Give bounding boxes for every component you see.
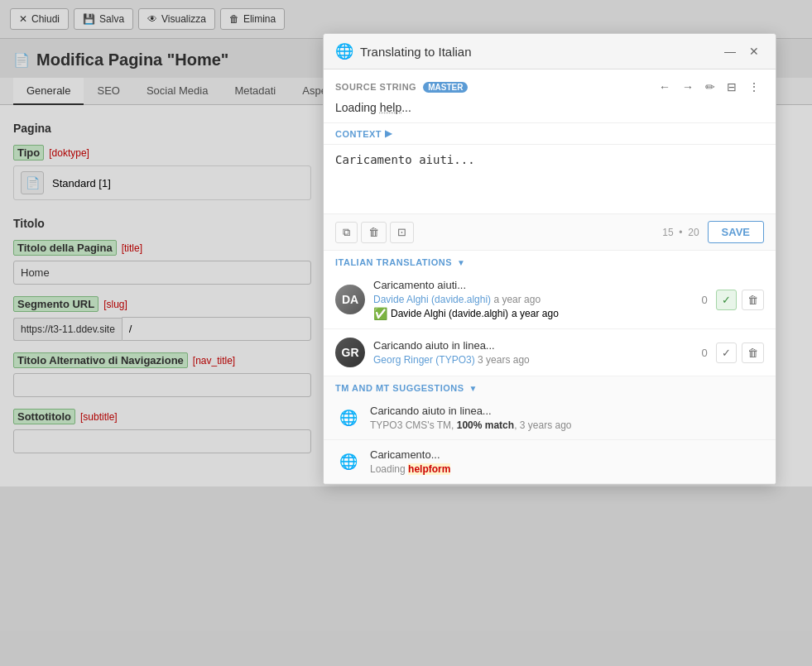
source-label-row: SOURCE STRING MASTER ← → ✏ ⊟ ⋮ bbox=[335, 78, 764, 96]
panel-close-button[interactable]: ✕ bbox=[744, 42, 764, 60]
split-view-button[interactable]: ⊟ bbox=[723, 78, 741, 96]
translation-item-actions: 0 ✓ 🗑 bbox=[698, 343, 764, 363]
translation-item-content: Caricando aiuto in linea... Georg Ringer… bbox=[373, 339, 689, 366]
author-link[interactable]: Davide Alghi (davide.alghi) bbox=[373, 294, 491, 305]
suggestion-logo-icon: 🌐 bbox=[335, 405, 362, 431]
translation-panel: 🌐 Translating to Italian — ✕ SOURCE STRI… bbox=[323, 33, 776, 485]
copy-source-button[interactable]: ⧉ bbox=[335, 222, 358, 243]
source-text: Loading help... bbox=[335, 101, 764, 114]
translation-item-text: Caricamento aiuti... bbox=[373, 279, 689, 291]
panel-header-actions: — ✕ bbox=[719, 42, 764, 60]
insert-source-button[interactable]: ⊡ bbox=[390, 222, 414, 243]
source-section: SOURCE STRING MASTER ← → ✏ ⊟ ⋮ Loading h… bbox=[324, 69, 776, 123]
suggestion-text[interactable]: Caricando aiuto in linea... bbox=[370, 405, 764, 417]
italian-translations-header: ITALIAN TRANSLATIONS ▼ bbox=[324, 251, 776, 271]
suggestion-meta: Loading helpform bbox=[370, 463, 764, 475]
panel-body: SOURCE STRING MASTER ← → ✏ ⊟ ⋮ Loading h… bbox=[324, 69, 776, 484]
time-ago: a year ago bbox=[493, 294, 541, 305]
context-row: CONTEXT ▶ bbox=[324, 123, 776, 145]
tm-suggestions-header: TM AND MT SUGGESTIONS ▼ bbox=[324, 376, 776, 396]
verified-time: a year ago bbox=[512, 308, 559, 319]
suggestion-item: 🌐 Caricando aiuto in linea... TYPO3 CMS'… bbox=[324, 396, 776, 440]
prev-string-button[interactable]: ← bbox=[655, 78, 675, 96]
source-label: SOURCE STRING bbox=[335, 82, 416, 92]
panel-title: Translating to Italian bbox=[360, 45, 472, 59]
time-ago: 3 years ago bbox=[478, 354, 530, 366]
panel-logo-icon: 🌐 bbox=[335, 42, 353, 60]
minimize-button[interactable]: — bbox=[719, 42, 741, 60]
more-options-button[interactable]: ⋮ bbox=[744, 78, 764, 96]
delete-translation-button[interactable]: 🗑 bbox=[742, 343, 764, 363]
translation-item-meta: Davide Alghi (davide.alghi) a year ago bbox=[373, 294, 689, 305]
accept-translation-button[interactable]: ✓ bbox=[716, 343, 737, 363]
panel-header: 🌐 Translating to Italian — ✕ bbox=[324, 34, 776, 69]
panel-title-area: 🌐 Translating to Italian bbox=[335, 42, 472, 60]
chevron-down-icon-tm: ▼ bbox=[469, 384, 478, 393]
context-toggle-button[interactable]: CONTEXT ▶ bbox=[335, 128, 392, 139]
translation-input-area: Caricamento aiuti... bbox=[324, 145, 776, 214]
verified-check-icon: ✅ bbox=[373, 307, 387, 320]
source-text-underline: help bbox=[380, 101, 401, 114]
translation-textarea[interactable]: Caricamento aiuti... bbox=[335, 153, 764, 203]
source-label-group: SOURCE STRING MASTER bbox=[335, 82, 468, 93]
translation-item-content: Caricamento aiuti... Davide Alghi (david… bbox=[373, 279, 689, 320]
suggestion-item: 🌐 Caricamento... Loading helpform bbox=[324, 440, 776, 484]
next-string-button[interactable]: → bbox=[678, 78, 698, 96]
accept-translation-button[interactable]: ✓ bbox=[716, 290, 737, 310]
master-badge: MASTER bbox=[423, 82, 468, 93]
avatar: DA bbox=[335, 285, 365, 314]
author-link[interactable]: Georg Ringer (TYPO3) bbox=[373, 354, 475, 366]
translation-item-text: Caricando aiuto in linea... bbox=[373, 339, 689, 352]
vote-count: 0 bbox=[698, 294, 711, 306]
delete-translation-button[interactable]: 🗑 bbox=[742, 290, 764, 310]
chevron-right-icon: ▶ bbox=[385, 128, 392, 139]
source-nav: ← → ✏ ⊟ ⋮ bbox=[655, 78, 764, 96]
translation-item-meta: Georg Ringer (TYPO3) 3 years ago bbox=[373, 354, 689, 366]
char-count: 15 • 20 bbox=[662, 227, 699, 238]
translation-tools: ⧉ 🗑 ⊡ bbox=[335, 222, 414, 243]
suggestion-logo-icon: 🌐 bbox=[335, 448, 362, 475]
vote-count: 0 bbox=[698, 347, 711, 359]
suggestion-content: Caricamento... Loading helpform bbox=[370, 448, 764, 475]
translation-item: GR Caricando aiuto in linea... Georg Rin… bbox=[324, 329, 776, 376]
clear-button[interactable]: 🗑 bbox=[361, 222, 387, 243]
save-area: 15 • 20 SAVE bbox=[662, 221, 764, 243]
verified-author-link[interactable]: Davide Alghi (davide.alghi) bbox=[391, 308, 508, 319]
suggestion-text[interactable]: Caricamento... bbox=[370, 448, 764, 461]
chevron-down-icon: ▼ bbox=[457, 258, 465, 267]
edit-source-button[interactable]: ✏ bbox=[701, 78, 719, 96]
translation-item-actions: 0 ✓ 🗑 bbox=[698, 290, 764, 310]
suggestion-content: Caricando aiuto in linea... TYPO3 CMS's … bbox=[370, 405, 764, 431]
suggestion-meta: TYPO3 CMS's TM, 100% match, 3 years ago bbox=[370, 419, 764, 431]
highlight-text: helpform bbox=[408, 463, 450, 475]
avatar: GR bbox=[335, 338, 365, 367]
translation-toolbar: ⧉ 🗑 ⊡ 15 • 20 SAVE bbox=[324, 214, 776, 251]
translation-item: DA Caricamento aiuti... Davide Alghi (da… bbox=[324, 271, 776, 329]
panel-save-button[interactable]: SAVE bbox=[708, 221, 764, 243]
translation-item-verified: ✅ Davide Alghi (davide.alghi) a year ago bbox=[373, 307, 689, 320]
